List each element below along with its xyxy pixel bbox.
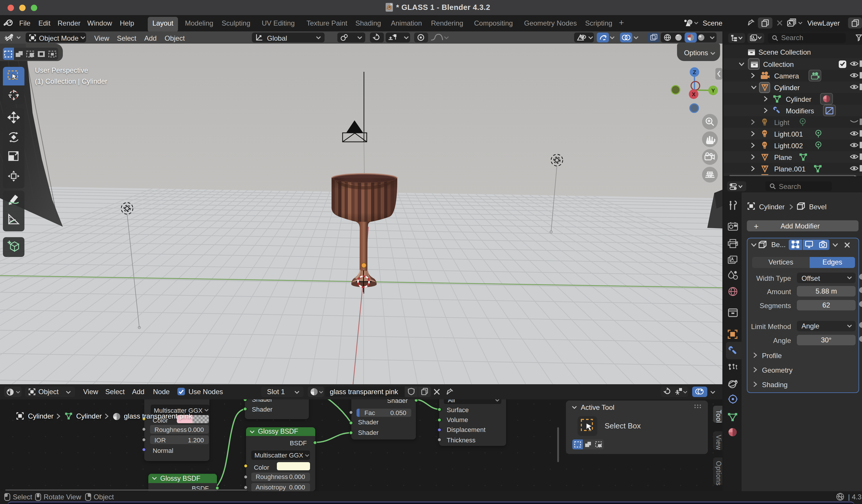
svg-text:X: X	[692, 91, 696, 97]
svg-text:Z: Z	[693, 69, 696, 75]
svg-text:Y: Y	[711, 88, 715, 94]
